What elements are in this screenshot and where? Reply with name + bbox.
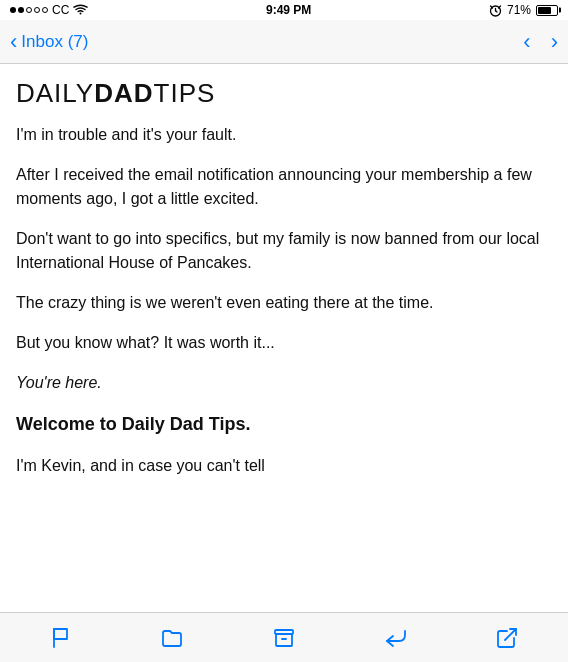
battery-percent: 71% <box>507 3 531 17</box>
email-paragraph-7: Welcome to Daily Dad Tips. <box>16 411 552 438</box>
reply-icon <box>384 626 408 650</box>
back-button[interactable]: ‹ Inbox (7) <box>10 31 88 53</box>
email-paragraph-4: The crazy thing is we weren't even eatin… <box>16 291 552 315</box>
next-message-button[interactable]: › <box>551 31 558 53</box>
toolbar <box>0 612 568 662</box>
folder-icon <box>160 626 184 650</box>
archive-button[interactable] <box>262 616 306 660</box>
folder-button[interactable] <box>150 616 194 660</box>
email-paragraph-5: But you know what? It was worth it... <box>16 331 552 355</box>
wifi-icon <box>73 4 88 16</box>
signal-dot-4 <box>34 7 40 13</box>
battery-fill <box>538 7 551 14</box>
compose-button[interactable] <box>485 616 529 660</box>
brand-bold-text: DAD <box>94 78 153 108</box>
email-paragraph-8: I'm Kevin, and in case you can't tell <box>16 454 552 478</box>
back-label: Inbox (7) <box>21 32 88 52</box>
email-paragraph-6: You're here. <box>16 371 552 395</box>
flag-icon <box>49 626 73 650</box>
archive-icon <box>272 626 296 650</box>
nav-arrows: ‹ › <box>523 31 558 53</box>
compose-icon <box>495 626 519 650</box>
email-paragraph-3: Don't want to go into specifics, but my … <box>16 227 552 275</box>
svg-rect-1 <box>275 630 293 634</box>
carrier-label: CC <box>52 3 69 17</box>
signal-dot-5 <box>42 7 48 13</box>
back-chevron-icon: ‹ <box>10 31 17 53</box>
signal-dot-2 <box>18 7 24 13</box>
brand-suffix-text: TIPS <box>154 78 216 108</box>
signal-dots <box>10 7 48 13</box>
prev-message-button[interactable]: ‹ <box>523 31 530 53</box>
status-bar: CC 9:49 PM 71% <box>0 0 568 20</box>
phone-frame: CC 9:49 PM 71% ‹ <box>0 0 568 662</box>
status-time: 9:49 PM <box>266 3 311 17</box>
signal-dot-1 <box>10 7 16 13</box>
email-paragraph-1: I'm in trouble and it's your fault. <box>16 123 552 147</box>
nav-bar: ‹ Inbox (7) ‹ › <box>0 20 568 64</box>
email-content: DAILYDADTIPS I'm in trouble and it's you… <box>0 64 568 612</box>
email-brand: DAILYDADTIPS <box>16 78 552 109</box>
signal-dot-3 <box>26 7 32 13</box>
reply-button[interactable] <box>374 616 418 660</box>
brand-light-text: DAILY <box>16 78 94 108</box>
email-paragraph-2: After I received the email notification … <box>16 163 552 211</box>
flag-button[interactable] <box>39 616 83 660</box>
status-left: CC <box>10 3 88 17</box>
status-right: 71% <box>489 3 558 17</box>
battery-icon <box>536 5 558 16</box>
alarm-icon <box>489 4 502 17</box>
